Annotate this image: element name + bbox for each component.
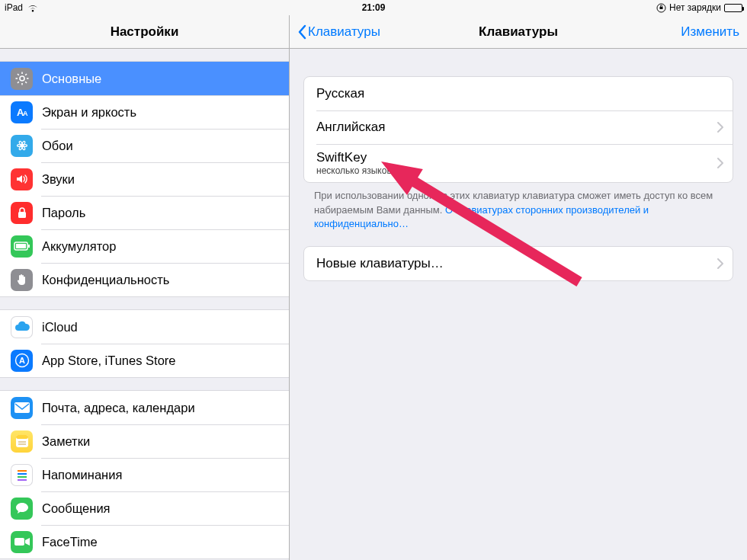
keyboards-footer: При использовании одной из этих клавиату… [303,183,733,231]
back-label: Клавиатуры [308,24,380,40]
chevron-right-icon [717,258,723,269]
sidebar-item-general[interactable]: Основные [0,62,289,95]
sidebar-item-notes[interactable]: Заметки [0,424,289,458]
keyboard-label: Русская [316,86,364,101]
back-button[interactable]: Клавиатуры [297,24,380,40]
svg-line-7 [17,74,18,75]
svg-rect-34 [14,538,24,546]
detail-title: Клавиатуры [479,24,558,40]
speaker-icon [11,168,33,190]
sidebar-item-wallpaper[interactable]: Обои [0,129,289,162]
chevron-right-icon [717,158,723,168]
sidebar-item-label: Экран и яркость [42,105,136,120]
svg-line-9 [25,74,27,75]
svg-text:A: A [23,110,28,117]
status-bar: iPad 21:09 Нет зарядки [0,0,747,15]
status-left: iPad [5,2,38,13]
notes-icon [11,430,33,453]
svg-rect-21 [28,245,30,248]
wifi-icon [27,4,38,12]
device-name: iPad [5,2,23,13]
lock-icon [11,202,33,224]
status-time: 21:09 [362,2,386,13]
keyboards-list: РусскаяАнглийскаяSwiftKeyнесколько языко… [303,76,733,183]
keyboard-row[interactable]: Русская [304,77,733,110]
store-a-icon: A [11,350,33,372]
svg-marker-35 [25,538,30,546]
video-icon [11,531,33,553]
sidebar-item-label: Почта, адреса, календари [42,401,195,415]
svg-rect-22 [16,244,26,248]
svg-rect-19 [18,212,26,218]
detail-header: Клавиатуры Клавиатуры Изменить [290,15,747,49]
sidebar-item-reminders[interactable]: Напоминания [0,458,289,491]
charging-text: Нет зарядки [669,2,721,13]
keyboard-sublabel: несколько языков [316,165,392,176]
bubble-icon [11,498,33,520]
svg-line-3 [25,82,27,83]
sidebar-item-icloud[interactable]: iCloud [0,310,289,344]
keyboard-row[interactable]: SwiftKeyнесколько языков [304,144,733,182]
sidebar-title: Настройки [0,15,289,49]
svg-line-5 [17,82,18,83]
svg-rect-27 [16,435,28,439]
edit-button[interactable]: Изменить [681,24,739,40]
sidebar-item-label: Конфиденциальность [42,273,169,287]
cloud-icon [11,316,33,338]
settings-sidebar: Настройки ОсновныеAAЭкран и яркостьОбоиЗ… [0,15,290,560]
svg-text:A: A [19,356,25,365]
sidebar-item-label: Напоминания [42,468,122,482]
add-keyboard-group: Новые клавиатуры… [303,246,733,281]
sidebar-item-label: Пароль [42,206,85,220]
sidebar-item-label: App Store, iTunes Store [42,354,175,368]
sidebar-item-label: Заметки [42,434,90,449]
reminders-icon [11,464,33,486]
status-right: Нет зарядки [656,2,742,13]
battery-icon [724,4,742,12]
battery-icon [11,235,33,258]
sidebar-item-privacy[interactable]: Конфиденциальность [0,263,289,296]
svg-point-1 [20,76,24,81]
add-keyboard-label: Новые клавиатуры… [316,256,444,271]
text-aa-icon: AA [11,101,33,123]
sidebar-item-passcode[interactable]: Пароль [0,196,289,229]
detail-pane: Клавиатуры Клавиатуры Изменить РусскаяАн… [290,15,747,560]
sidebar-item-sounds[interactable]: Звуки [0,162,289,196]
sidebar-item-messages[interactable]: Сообщения [0,491,289,525]
sidebar-item-mail[interactable]: Почта, адреса, календари [0,391,289,424]
svg-rect-25 [14,402,30,413]
sidebar-item-display[interactable]: AAЭкран и яркость [0,95,289,129]
keyboard-label: Английская [316,120,385,135]
rotation-lock-icon [656,3,666,13]
mail-icon [11,397,33,419]
hand-icon [11,269,33,291]
sidebar-item-label: Обои [42,139,73,153]
keyboard-label: SwiftKey [316,150,392,165]
sidebar-item-label: Основные [42,72,101,86]
sidebar-item-appstore[interactable]: AApp Store, iTunes Store [0,344,289,377]
gear-icon [11,68,33,90]
sidebar-item-label: iCloud [42,320,78,334]
add-keyboard-row[interactable]: Новые клавиатуры… [304,247,733,280]
sidebar-item-label: Звуки [42,172,75,187]
chevron-right-icon [717,122,723,133]
sidebar-item-label: Сообщения [42,501,111,516]
sidebar-item-facetime[interactable]: FaceTime [0,525,289,558]
chevron-left-icon [297,24,306,40]
sidebar-item-label: Аккумулятор [42,239,116,254]
sidebar-item-battery[interactable]: Аккумулятор [0,229,289,263]
sidebar-item-label: FaceTime [42,535,98,549]
keyboard-row[interactable]: Английская [304,110,733,144]
flower-icon [11,135,33,157]
